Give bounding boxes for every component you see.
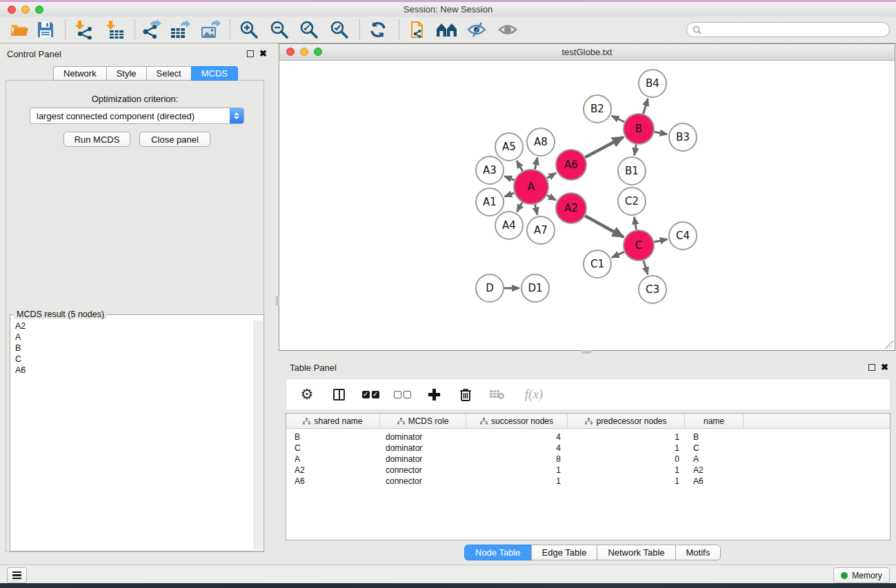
home-button[interactable] [435, 19, 459, 40]
tab-network[interactable]: Network [53, 66, 106, 81]
function-builder-button[interactable]: f(x) [521, 386, 547, 403]
tab-edge-table[interactable]: Edge Table [531, 545, 597, 560]
refresh-view-button[interactable] [366, 19, 390, 40]
graph-edge-B-B4[interactable] [644, 99, 648, 114]
control-panel-title: Control Panel [7, 49, 61, 59]
memory-button[interactable]: Memory [833, 567, 890, 583]
tab-style[interactable]: Style [106, 66, 146, 81]
result-item[interactable]: A6 [12, 365, 254, 376]
desktop-background-bottom [0, 583, 896, 588]
graph-node-label-C: C [635, 239, 642, 252]
result-item[interactable]: C [12, 354, 254, 365]
graph-edge-B-B3[interactable] [655, 132, 668, 134]
export-table-button[interactable] [168, 19, 192, 40]
delete-table-button[interactable] [489, 386, 506, 403]
graph-edge-A6-B[interactable] [585, 137, 624, 158]
task-history-button[interactable] [7, 567, 27, 583]
table-row[interactable]: Adominator 80 A [286, 454, 890, 465]
main-titlebar: Session: New Session [0, 2, 896, 17]
graph-edge-A-A7[interactable] [535, 204, 537, 214]
select-all-button[interactable]: ✓✓ [362, 386, 379, 403]
zoom-out-button[interactable] [268, 19, 291, 40]
graph-edge-A-A1[interactable] [505, 193, 515, 196]
graph-edge-C-C2[interactable] [635, 217, 637, 230]
canvas-vertical-scroll-nub[interactable] [276, 296, 279, 305]
graph-edge-C-C4[interactable] [654, 239, 667, 242]
graph-edge-A-A4[interactable] [517, 203, 522, 212]
close-panel-icon[interactable]: ✖ [259, 50, 267, 57]
table-row[interactable]: Bdominator 41 B [286, 432, 890, 443]
minimize-window-button[interactable] [21, 6, 30, 14]
float-table-panel-icon[interactable] [868, 364, 875, 371]
table-settings-button[interactable]: ⚙ [299, 386, 315, 403]
export-image-icon [200, 20, 221, 39]
mcds-result-list[interactable]: A2 A B C A6 [12, 321, 254, 549]
clone-network-button[interactable] [407, 19, 430, 40]
mcds-result-title: MCDS result (5 nodes) [14, 310, 107, 319]
network-canvas[interactable]: B4B2BB3A5A8A6A3B1AA1C2A2A4A7C4CC1C3DD1 [279, 61, 895, 350]
optimization-criterion-select[interactable]: largest connected component (directed) [30, 108, 244, 124]
zoom-window-button[interactable] [35, 6, 43, 14]
tab-motifs[interactable]: Motifs [675, 545, 721, 560]
close-table-panel-icon[interactable]: ✖ [881, 364, 888, 371]
delete-column-button[interactable] [457, 386, 474, 403]
canvas-horizontal-scroll-nub[interactable] [582, 350, 591, 354]
search-field[interactable] [686, 22, 890, 37]
window-controls [0, 2, 43, 17]
result-item[interactable]: A [12, 332, 254, 343]
tab-select[interactable]: Select [146, 66, 191, 81]
result-scrollbar[interactable] [254, 321, 263, 549]
close-panel-button[interactable]: Close panel [139, 132, 210, 147]
zoom-selected-button[interactable] [328, 19, 351, 40]
export-network-button[interactable] [139, 19, 163, 40]
graph-edge-B-B2[interactable] [612, 116, 625, 122]
table-row[interactable]: A6connector 11 A6 [286, 476, 890, 487]
table-row[interactable]: A2connector 11 A2 [286, 465, 890, 476]
column-header-successor-nodes[interactable]: successor nodes [466, 414, 568, 428]
network-window-titlebar[interactable]: testGlobe.txt [279, 44, 895, 61]
save-session-button[interactable] [34, 19, 57, 40]
tab-network-table[interactable]: Network Table [597, 545, 675, 560]
export-image-button[interactable] [199, 19, 222, 40]
add-column-button[interactable] [426, 386, 442, 403]
table-row[interactable]: Cdominator 41 C [286, 443, 890, 454]
graph-edge-C-C3[interactable] [644, 261, 648, 274]
minimize-network-window-button[interactable] [300, 48, 308, 56]
graph-edge-A-A2[interactable] [547, 195, 556, 200]
column-header-predecessor-nodes[interactable]: predecessor nodes [568, 414, 685, 428]
tab-mcds[interactable]: MCDS [191, 66, 238, 81]
show-details-button[interactable] [496, 19, 519, 40]
graph-edge-A-A8[interactable] [535, 157, 537, 169]
close-window-button[interactable] [8, 6, 16, 14]
graph-edge-A2-C[interactable] [585, 216, 624, 237]
zoom-network-window-button[interactable] [314, 48, 322, 56]
hide-details-button[interactable] [465, 19, 488, 40]
graph-edge-A-A6[interactable] [547, 173, 556, 178]
zoom-selected-icon [330, 20, 349, 39]
window-resize-grip[interactable] [885, 341, 893, 349]
deselect-all-button[interactable] [394, 386, 410, 403]
float-panel-icon[interactable] [247, 50, 254, 57]
open-session-button[interactable] [8, 19, 31, 40]
trash-icon [459, 387, 472, 402]
run-mcds-button[interactable]: Run MCDS [63, 132, 130, 147]
zoom-in-button[interactable] [237, 19, 261, 40]
network-graph[interactable]: B4B2BB3A5A8A6A3B1AA1C2A2A4A7C4CC1C3DD1 [279, 61, 895, 350]
close-network-window-button[interactable] [286, 48, 295, 56]
import-table-button[interactable] [103, 19, 127, 40]
graph-edge-C-C1[interactable] [612, 252, 624, 257]
tab-node-table[interactable]: Node Table [464, 545, 531, 560]
column-header-shared-name[interactable]: shared name [286, 414, 380, 428]
graph-edge-A-A5[interactable] [517, 161, 522, 171]
column-header-name[interactable]: name [685, 414, 744, 428]
column-header-mcds-role[interactable]: MCDS role [380, 414, 466, 428]
graph-edge-B-B1[interactable] [635, 145, 637, 156]
import-network-button[interactable] [72, 19, 96, 40]
result-item[interactable]: A2 [12, 321, 254, 332]
search-input[interactable] [705, 24, 889, 35]
list-icon [12, 571, 21, 579]
zoom-fit-button[interactable] [297, 19, 321, 40]
result-item[interactable]: B [12, 343, 254, 354]
graph-edge-A-A3[interactable] [504, 176, 515, 181]
show-column-button[interactable] [330, 386, 347, 403]
